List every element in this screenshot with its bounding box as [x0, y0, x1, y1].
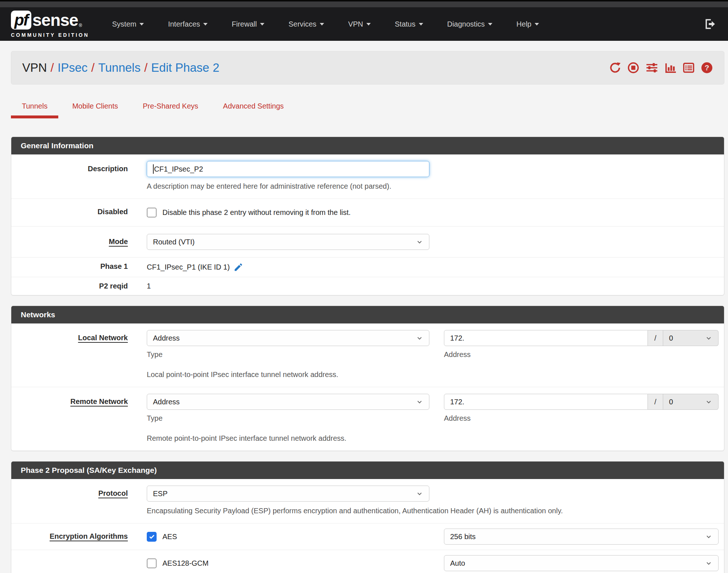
- pfsense-logo-sense: sense: [32, 12, 78, 28]
- remote-network-type-sublabel: Type: [147, 414, 429, 423]
- local-network-type-value: Address: [153, 334, 180, 342]
- menu-vpn[interactable]: VPN: [336, 20, 383, 28]
- tab-tunnels[interactable]: Tunnels: [11, 98, 58, 118]
- bar-chart-icon[interactable]: [664, 62, 677, 74]
- breadcrumb-edit-phase2-link[interactable]: Edit Phase 2: [151, 61, 219, 74]
- refresh-icon[interactable]: [609, 62, 621, 74]
- disabled-checkbox[interactable]: [147, 208, 157, 217]
- phase1-content: CF1_IPsec_P1 (IKE ID 1): [139, 262, 724, 272]
- mode-content: Routed (VTI): [139, 234, 724, 250]
- description-input[interactable]: CF1_IPsec_P2: [147, 161, 429, 177]
- aes128gcm-bits-value: Auto: [450, 559, 465, 568]
- list-icon[interactable]: [682, 62, 695, 74]
- pfsense-logo[interactable]: pf sense ® COMMUNITY EDITION: [11, 11, 89, 38]
- row-p2-reqid: P2 reqid 1: [11, 277, 724, 295]
- chevron-down-icon: [705, 334, 712, 342]
- local-network-prefix-select[interactable]: 0: [663, 330, 719, 346]
- aes-bits-select[interactable]: 256 bits: [444, 529, 719, 545]
- row-phase1: Phase 1 CF1_IPsec_P1 (IKE ID 1): [11, 258, 724, 277]
- menu-help[interactable]: Help: [504, 20, 551, 28]
- phase1-label: Phase 1: [11, 262, 139, 272]
- menu-system[interactable]: System: [100, 20, 156, 28]
- tab-mobile-clients[interactable]: Mobile Clients: [61, 98, 129, 118]
- disabled-label: Disabled: [11, 208, 139, 217]
- mode-label: Mode: [11, 234, 139, 250]
- svg-text:?: ?: [705, 63, 709, 72]
- protocol-select[interactable]: ESP: [147, 486, 429, 502]
- row-protocol: Protocol ESP Encapsulating Security Payl…: [11, 479, 724, 523]
- remote-network-label: Remote Network: [11, 394, 139, 443]
- tab-advanced-settings-label: Advanced Settings: [223, 102, 284, 110]
- caret-down-icon: [419, 23, 423, 25]
- encryption-algorithms-label: Encryption Algorithms: [11, 529, 139, 545]
- local-network-help-text: Local point-to-point IPsec interface tun…: [147, 370, 724, 379]
- breadcrumb-bar: VPN/IPsec/Tunnels/Edit Phase 2 ?: [11, 51, 724, 85]
- local-network-prefix-value: 0: [669, 334, 673, 342]
- remote-network-content: Address 172. / 0 Type: [139, 394, 724, 443]
- top-navbar: pf sense ® COMMUNITY EDITION System Inte…: [0, 7, 728, 41]
- text-cursor: [153, 164, 154, 174]
- menu-diagnostics[interactable]: Diagnostics: [435, 20, 504, 28]
- caret-down-icon: [535, 23, 539, 25]
- row-encryption-aes: Encryption Algorithms AES 256 bits: [11, 523, 724, 550]
- breadcrumb-separator: /: [88, 61, 98, 74]
- tab-tunnels-label: Tunnels: [22, 102, 47, 110]
- pfsense-logo-subtitle: COMMUNITY EDITION: [11, 32, 89, 38]
- navbar-menu: System Interfaces Firewall Services VPN …: [100, 20, 551, 28]
- menu-firewall[interactable]: Firewall: [220, 20, 276, 28]
- sliders-icon[interactable]: [645, 62, 658, 74]
- caret-down-icon: [488, 23, 492, 25]
- caret-down-icon: [260, 23, 264, 25]
- menu-firewall-label: Firewall: [232, 20, 257, 28]
- remote-network-type-select[interactable]: Address: [147, 394, 429, 410]
- local-network-address-value: 172.: [450, 334, 464, 342]
- chevron-down-icon: [705, 560, 712, 567]
- tab-pre-shared-keys[interactable]: Pre-Shared Keys: [132, 98, 209, 118]
- aes128gcm-bits-select[interactable]: Auto: [444, 555, 719, 571]
- breadcrumb-separator: /: [47, 61, 58, 74]
- remote-network-address-input[interactable]: 172.: [444, 394, 648, 410]
- local-network-address-input[interactable]: 172.: [444, 330, 648, 346]
- menu-diagnostics-label: Diagnostics: [447, 20, 485, 28]
- breadcrumb-tunnels-link[interactable]: Tunnels: [98, 61, 141, 74]
- local-network-type-sublabel: Type: [147, 350, 429, 359]
- panel-phase2-proposal-title: Phase 2 Proposal (SA/Key Exchange): [11, 462, 724, 479]
- tab-advanced-settings[interactable]: Advanced Settings: [212, 98, 295, 118]
- local-network-address-sublabel: Address: [444, 350, 719, 359]
- stop-icon[interactable]: [627, 62, 640, 74]
- tab-mobile-clients-label: Mobile Clients: [72, 102, 118, 110]
- local-network-type-select[interactable]: Address: [147, 330, 429, 346]
- protocol-label: Protocol: [11, 486, 139, 515]
- help-icon[interactable]: ?: [701, 62, 713, 74]
- protocol-select-value: ESP: [153, 490, 168, 498]
- remote-network-address-value: 172.: [450, 398, 464, 406]
- disabled-checkbox-label: Disable this phase 2 entry without remov…: [162, 208, 351, 217]
- pencil-icon[interactable]: [233, 262, 243, 272]
- mode-select-value: Routed (VTI): [153, 238, 194, 246]
- menu-interfaces[interactable]: Interfaces: [156, 20, 220, 28]
- sign-out-icon[interactable]: [704, 17, 717, 31]
- row-encryption-aes128gcm: AES128-GCM Auto: [11, 550, 724, 573]
- breadcrumb-ipsec-link[interactable]: IPsec: [58, 61, 88, 74]
- chevron-down-icon: [705, 533, 712, 540]
- row-description: Description CF1_IPsec_P2 A description m…: [11, 154, 724, 199]
- panel-phase2-proposal: Phase 2 Proposal (SA/Key Exchange) Proto…: [11, 461, 724, 573]
- p2-reqid-content: 1: [139, 282, 724, 290]
- menu-services[interactable]: Services: [276, 20, 336, 28]
- aes128gcm-checkbox[interactable]: [147, 558, 157, 568]
- chevron-down-icon: [416, 398, 423, 405]
- caret-down-icon: [203, 23, 208, 25]
- mode-select[interactable]: Routed (VTI): [147, 234, 429, 250]
- p2-reqid-label: P2 reqid: [11, 282, 139, 290]
- pfsense-logo-main: pf sense ®: [11, 11, 89, 30]
- aes-checkbox[interactable]: [147, 532, 157, 542]
- chevron-down-icon: [416, 334, 423, 342]
- remote-network-prefix-value: 0: [669, 398, 673, 406]
- remote-network-prefix-select[interactable]: 0: [663, 394, 719, 410]
- remote-network-help-text: Remote point-to-point IPsec interface tu…: [147, 434, 724, 443]
- encryption-aes128gcm-content: AES128-GCM Auto: [139, 555, 724, 571]
- description-content: CF1_IPsec_P2 A description may be entere…: [139, 161, 724, 191]
- tab-bar: Tunnels Mobile Clients Pre-Shared Keys A…: [11, 98, 724, 118]
- menu-status[interactable]: Status: [383, 20, 435, 28]
- row-mode: Mode Routed (VTI): [11, 227, 724, 258]
